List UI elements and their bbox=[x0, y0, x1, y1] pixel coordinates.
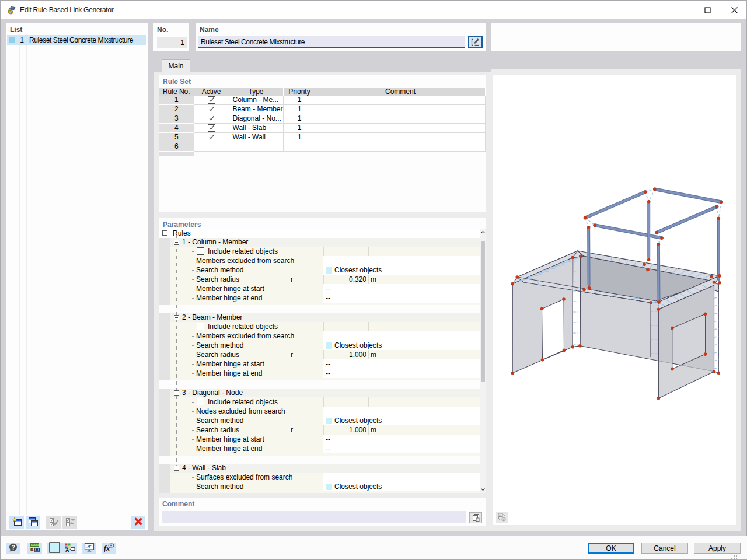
rule-active-cell[interactable] bbox=[194, 133, 229, 142]
color-swatch-button[interactable] bbox=[47, 542, 62, 554]
tree-param-row[interactable]: Include related objects bbox=[159, 247, 480, 256]
resize-grip[interactable] bbox=[730, 552, 738, 560]
rule-comment-cell[interactable] bbox=[316, 142, 486, 152]
tree-param-row[interactable]: Member hinge at start-- bbox=[159, 359, 480, 369]
rule-table-row[interactable]: 3Diagonal - No...1 bbox=[159, 114, 486, 124]
tree-param-row[interactable]: Search radiusr1.000m bbox=[159, 350, 480, 359]
tree-collapse-root[interactable] bbox=[162, 230, 167, 236]
tree-collapse-group[interactable] bbox=[174, 240, 179, 245]
tree-param-row[interactable]: Include related objects bbox=[159, 397, 480, 407]
comment-input[interactable] bbox=[162, 511, 466, 523]
rule-comment-cell[interactable] bbox=[316, 105, 486, 114]
units-button[interactable]: 0.00 bbox=[27, 542, 42, 554]
rule-comment-cell[interactable] bbox=[316, 133, 486, 142]
rule-priority-cell[interactable] bbox=[284, 142, 316, 152]
toggle-check-button[interactable] bbox=[62, 516, 77, 528]
viewport-3d[interactable] bbox=[493, 75, 736, 525]
rule-active-cell[interactable] bbox=[194, 114, 229, 124]
tab-main[interactable]: Main bbox=[162, 59, 190, 72]
rule-table-row[interactable]: 6 bbox=[159, 142, 486, 152]
help-button[interactable]: ? bbox=[6, 542, 20, 554]
rule-type-cell[interactable]: Column - Me... bbox=[229, 96, 284, 105]
rule-type-cell[interactable]: Wall - Slab bbox=[229, 124, 284, 133]
rule-priority-cell[interactable]: 1 bbox=[284, 124, 316, 133]
tree-param-row[interactable]: Member hinge at start-- bbox=[159, 284, 480, 293]
tree-param-value[interactable]: 0.320 bbox=[323, 275, 366, 284]
sync-view-button[interactable] bbox=[496, 512, 508, 523]
cancel-button[interactable]: Cancel bbox=[641, 542, 688, 554]
check-all-button[interactable] bbox=[46, 516, 61, 528]
tree-param-row[interactable]: Search radiusr1.000m bbox=[159, 425, 480, 435]
tree-group-header[interactable]: 3 - Diagonal - Node bbox=[159, 388, 480, 397]
tree-param-row[interactable]: Search radiusr0.320m bbox=[159, 275, 480, 284]
rule-comment-cell[interactable] bbox=[316, 96, 486, 105]
tree-param-row[interactable]: Search methodClosest objects bbox=[159, 416, 480, 425]
rule-type-cell[interactable]: Beam - Member bbox=[229, 105, 284, 114]
rule-active-cell[interactable] bbox=[194, 142, 229, 152]
scroll-down-icon[interactable] bbox=[481, 487, 485, 491]
tree-param-row[interactable]: Search methodClosest objects bbox=[159, 265, 480, 275]
tree-collapse-group[interactable] bbox=[174, 315, 179, 320]
minimize-button[interactable] bbox=[667, 1, 694, 19]
checkbox-unchecked[interactable] bbox=[197, 398, 204, 405]
tree-param-row[interactable]: Member hinge at end-- bbox=[159, 369, 480, 378]
tree-param-row[interactable]: Search methodClosest objects bbox=[159, 482, 480, 491]
rule-table-row[interactable]: 4Wall - Slab1 bbox=[159, 124, 486, 133]
checkbox-checked[interactable] bbox=[208, 134, 215, 141]
checkbox-unchecked[interactable] bbox=[197, 247, 204, 255]
display-properties-button[interactable]: A bbox=[62, 542, 77, 554]
tree-param-value[interactable]: 1.000 bbox=[323, 426, 366, 434]
name-input[interactable]: Ruleset Steel Concrete Mixstructure bbox=[198, 36, 465, 48]
rule-table-row[interactable]: 5Wall - Wall1 bbox=[159, 133, 486, 142]
tree-collapse-group[interactable] bbox=[174, 466, 179, 471]
delete-item-button[interactable] bbox=[131, 516, 145, 528]
checkbox-checked[interactable] bbox=[208, 124, 215, 132]
tree-param-row[interactable]: Member hinge at end-- bbox=[159, 293, 480, 303]
rename-button[interactable] bbox=[468, 36, 483, 48]
ok-button[interactable]: OK bbox=[588, 542, 634, 554]
tree-param-value[interactable]: 1.000 bbox=[323, 351, 366, 359]
tree-collapse-group[interactable] bbox=[174, 390, 179, 396]
scroll-up-icon[interactable] bbox=[481, 230, 485, 235]
rule-comment-cell[interactable] bbox=[316, 114, 486, 124]
tree-param-row[interactable]: Search methodClosest objects bbox=[159, 341, 480, 350]
checkbox-checked[interactable] bbox=[208, 115, 215, 123]
tree-param-row[interactable]: Member hinge at start-- bbox=[159, 435, 480, 444]
rule-table-row[interactable]: 1Column - Me...1 bbox=[159, 96, 486, 105]
new-item-button[interactable] bbox=[9, 516, 24, 528]
rule-table-row[interactable]: 2Beam - Member1 bbox=[159, 105, 486, 114]
checkbox-checked[interactable] bbox=[208, 106, 215, 113]
rule-active-cell[interactable] bbox=[194, 105, 229, 114]
maximize-button[interactable] bbox=[694, 1, 721, 19]
list-item[interactable]: 1 Ruleset Steel Concrete Mixstructure bbox=[7, 35, 146, 45]
tree-param-row[interactable]: Include related objects bbox=[159, 322, 480, 331]
tree-param-row[interactable]: Members excluded from search bbox=[159, 256, 480, 265]
tree-group-header[interactable]: 4 - Wall - Slab bbox=[159, 464, 480, 473]
copy-item-button[interactable] bbox=[26, 516, 40, 528]
rule-comment-cell[interactable] bbox=[316, 124, 486, 133]
checkbox-checked[interactable] bbox=[208, 96, 215, 104]
checkbox-unchecked[interactable] bbox=[208, 143, 215, 150]
rule-active-cell[interactable] bbox=[194, 96, 229, 105]
tree-param-row[interactable]: Nodes excluded from search bbox=[159, 407, 480, 416]
tree-param-row[interactable]: Member hinge at end-- bbox=[159, 444, 480, 453]
rule-priority-cell[interactable]: 1 bbox=[284, 114, 316, 124]
tree-group-header[interactable]: 2 - Beam - Member bbox=[159, 313, 480, 322]
rule-type-cell[interactable]: Wall - Wall bbox=[229, 133, 284, 142]
rule-priority-cell[interactable]: 1 bbox=[284, 96, 316, 105]
rule-type-cell[interactable]: Diagonal - No... bbox=[229, 114, 284, 124]
monitor-button[interactable] bbox=[82, 542, 96, 554]
checkbox-unchecked[interactable] bbox=[197, 323, 204, 330]
comment-copy-button[interactable] bbox=[469, 512, 482, 523]
close-button[interactable] bbox=[721, 1, 747, 19]
scrollbar-thumb[interactable] bbox=[481, 241, 485, 382]
rule-priority-cell[interactable]: 1 bbox=[284, 105, 316, 114]
tree-param-row[interactable]: Surfaces excluded from search bbox=[159, 473, 480, 482]
tree-group-header[interactable]: 1 - Column - Member bbox=[159, 238, 480, 247]
rule-type-cell[interactable] bbox=[229, 142, 284, 152]
rule-priority-cell[interactable]: 1 bbox=[284, 133, 316, 142]
tree-param-row[interactable]: Members excluded from search bbox=[159, 331, 480, 341]
rule-active-cell[interactable] bbox=[194, 124, 229, 133]
tree-root-row[interactable]: Rules bbox=[159, 229, 480, 238]
parameters-scrollbar[interactable] bbox=[480, 229, 486, 493]
